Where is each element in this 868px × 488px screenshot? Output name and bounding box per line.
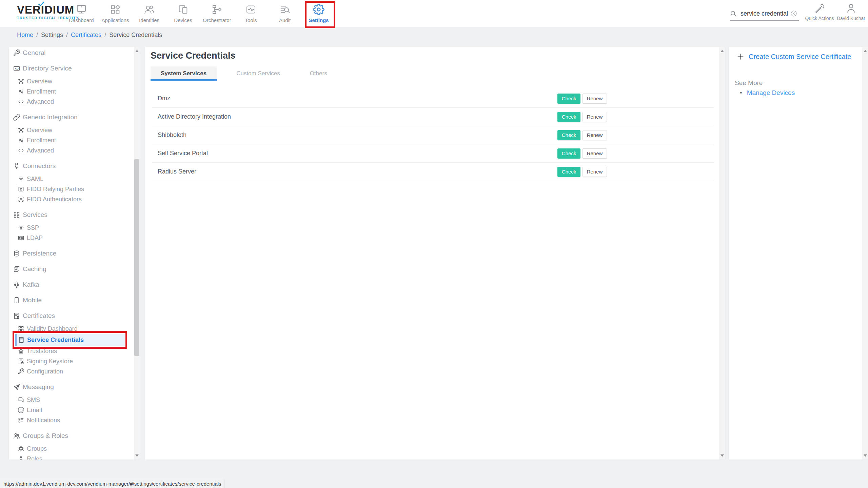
settings-sidebar: GeneralADDirectory ServiceOverviewEnroll…	[9, 47, 140, 460]
card-lock-icon	[18, 186, 24, 192]
sidebar-item-directory-service[interactable]: ADDirectory Service	[9, 63, 134, 74]
nav-item-orchestrator[interactable]: Orchestrator	[200, 0, 234, 27]
renew-button[interactable]: Renew	[583, 94, 607, 104]
sidebar-item-generic-integration[interactable]: Generic Integration	[9, 112, 134, 122]
nav-label: Applications	[102, 17, 129, 23]
sidebar-item-advanced[interactable]: Advanced	[9, 97, 134, 107]
nav-item-tools[interactable]: Tools	[234, 0, 268, 27]
sidebar-item-service-credentials[interactable]: Service Credentials	[15, 334, 125, 346]
see-more-heading: See More	[735, 79, 763, 87]
link-manage-devices[interactable]: Manage Devices	[747, 89, 795, 97]
sidebar-item-caching[interactable]: Caching	[9, 264, 134, 274]
check-button[interactable]: Check	[557, 130, 580, 140]
sidebar-item-overview[interactable]: Overview	[9, 125, 134, 135]
sidebar-item-notifications[interactable]: Notifications	[9, 415, 134, 425]
renew-button[interactable]: Renew	[583, 112, 607, 122]
scroll-down-icon[interactable]	[721, 454, 724, 457]
sidebar-item-email[interactable]: Email	[9, 405, 134, 415]
nav-item-settings[interactable]: Settings	[302, 0, 336, 27]
sidebar-item-services[interactable]: Services	[9, 210, 134, 220]
main-scrollbar[interactable]	[719, 47, 725, 460]
scroll-up-icon[interactable]	[135, 50, 139, 52]
sidebar-item-certificates[interactable]: Certificates	[9, 311, 134, 321]
sidebar-item-advanced[interactable]: Advanced	[9, 145, 134, 156]
nav-item-identities[interactable]: Identities	[132, 0, 166, 27]
scrollbar-thumb[interactable]	[134, 159, 139, 356]
sidebar-item-groups-roles[interactable]: Groups & Roles	[9, 431, 134, 441]
nodes-icon	[18, 127, 24, 134]
sidebar-item-connectors[interactable]: Connectors	[9, 161, 134, 171]
scroll-down-icon[interactable]	[135, 454, 139, 457]
sidebar-item-signing-keystore[interactable]: Signing Keystore	[9, 356, 134, 366]
sidebar-item-overview[interactable]: Overview	[9, 76, 134, 86]
user-menu[interactable]: David Kuchar	[832, 3, 868, 21]
sidebar-item-label: Enrollment	[27, 137, 56, 144]
scroll-up-icon[interactable]	[721, 50, 724, 52]
sidebar-item-label: Connectors	[23, 162, 56, 170]
house-icon	[18, 348, 24, 354]
sidebar-item-roles[interactable]: Roles	[9, 454, 134, 460]
sidebar-item-messaging[interactable]: Messaging	[9, 382, 134, 392]
tab-custom-services[interactable]: Custom Services	[226, 66, 290, 81]
renew-button[interactable]: Renew	[583, 167, 607, 177]
tab-others[interactable]: Others	[300, 66, 337, 81]
nav-label: Settings	[309, 17, 329, 23]
sidebar-item-enrollment[interactable]: Enrollment	[9, 135, 134, 145]
aside-scrollbar[interactable]	[862, 47, 868, 460]
sidebar-item-mobile[interactable]: Mobile	[9, 295, 134, 305]
check-button[interactable]: Check	[557, 148, 580, 159]
sidebar-item-kafka[interactable]: Kafka	[9, 280, 134, 290]
service-row-radius-server: Radius ServerCheckRenew	[152, 163, 714, 181]
renew-button[interactable]: Renew	[583, 130, 607, 140]
sidebar-item-label: Overview	[27, 78, 52, 85]
service-name: Dmz	[158, 95, 170, 102]
sidebar-item-validity-dashboard[interactable]: Validity Dashboard	[9, 324, 134, 334]
sidebar-item-fido-relying-parties[interactable]: FIDO Relying Parties	[9, 184, 134, 194]
search-input[interactable]	[740, 10, 789, 18]
sidebar-item-configuration[interactable]: Configuration	[9, 366, 134, 377]
service-credentials-panel: Service Credentials System ServicesCusto…	[145, 47, 725, 460]
check-button[interactable]: Check	[557, 94, 580, 104]
nav-item-dashboard[interactable]: Dashboard	[64, 0, 98, 27]
breadcrumb-home[interactable]: Home	[17, 32, 33, 38]
sidebar-item-label: Mobile	[23, 297, 42, 304]
home-user-icon	[18, 224, 24, 231]
nav-item-applications[interactable]: Applications	[98, 0, 132, 27]
check-button[interactable]: Check	[557, 167, 580, 177]
search-icon	[730, 10, 737, 17]
sidebar-item-label: Kafka	[23, 281, 39, 288]
nav-label: Audit	[279, 17, 291, 23]
sidebar-item-ldap[interactable]: LDAP	[9, 233, 134, 243]
scroll-up-icon[interactable]	[864, 50, 867, 52]
create-custom-service-certificate-link[interactable]: Create Custom Service Certificate	[736, 53, 851, 61]
cache-icon	[13, 265, 20, 273]
sidebar-scrollbar[interactable]	[134, 47, 140, 460]
renew-button[interactable]: Renew	[583, 148, 607, 159]
bullet-icon: •	[740, 89, 742, 97]
sidebar-item-label: LDAP	[27, 235, 43, 242]
sidebar-item-truststores[interactable]: Truststores	[9, 346, 134, 356]
nav-item-devices[interactable]: Devices	[166, 0, 200, 27]
sidebar-item-label: Enrollment	[27, 88, 56, 95]
breadcrumb-service-credentials: Service Credentials	[109, 32, 162, 38]
sidebar-item-ssp[interactable]: SSP	[9, 223, 134, 233]
sidebar-item-persistence[interactable]: Persistence	[9, 248, 134, 259]
sidebar-item-enrollment[interactable]: Enrollment	[9, 86, 134, 97]
scroll-down-icon[interactable]	[864, 454, 867, 457]
audit-icon	[279, 4, 291, 15]
tab-system-services[interactable]: System Services	[151, 66, 217, 81]
sidebar-item-fido-authenticators[interactable]: FIDO Authenticators	[9, 194, 134, 204]
clear-search-icon[interactable]	[790, 10, 797, 17]
user-avatar-icon	[846, 3, 856, 14]
sidebar-item-general[interactable]: General	[9, 48, 134, 58]
sidebar-item-label: Generic Integration	[23, 114, 78, 121]
sidebar-item-saml[interactable]: SAML	[9, 174, 134, 184]
sidebar-item-label: Configuration	[27, 368, 63, 375]
check-button[interactable]: Check	[557, 112, 580, 122]
devices-icon	[177, 4, 189, 15]
sidebar-item-sms[interactable]: SMS	[9, 395, 134, 405]
sidebar-item-label: Certificates	[23, 312, 55, 320]
breadcrumb-certificates[interactable]: Certificates	[71, 32, 101, 38]
sidebar-item-groups[interactable]: Groups	[9, 444, 134, 454]
nav-item-audit[interactable]: Audit	[268, 0, 302, 27]
